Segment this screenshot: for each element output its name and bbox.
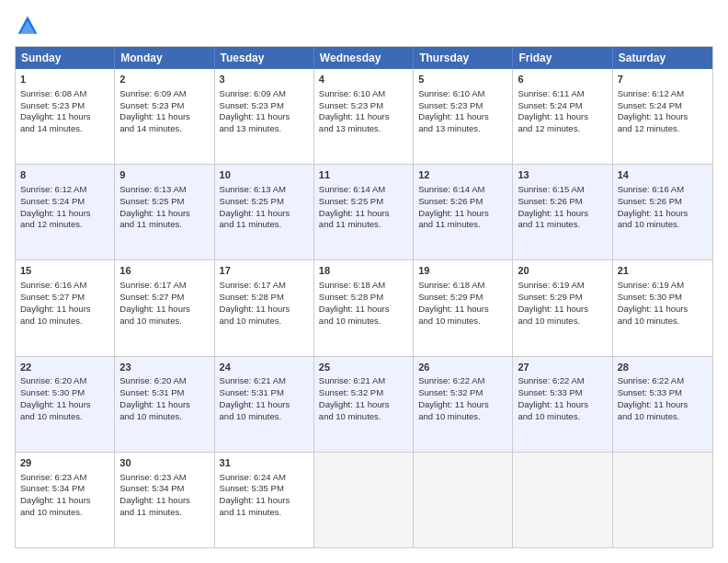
- day-info-line: Daylight: 11 hours: [319, 304, 408, 316]
- day-number: 5: [418, 73, 507, 86]
- day-info-line: Sunset: 5:34 PM: [119, 483, 209, 495]
- cal-header-tuesday: Tuesday: [215, 47, 314, 69]
- day-info-line: Sunrise: 6:21 AM: [319, 375, 408, 387]
- day-info-line: Daylight: 11 hours: [618, 304, 708, 316]
- day-info-line: Sunset: 5:33 PM: [518, 387, 607, 399]
- day-info-line: Sunset: 5:32 PM: [418, 387, 507, 399]
- day-info-line: and 10 minutes.: [518, 411, 607, 423]
- cal-cell: 27Sunrise: 6:22 AMSunset: 5:33 PMDayligh…: [513, 357, 612, 452]
- day-info-line: and 14 minutes.: [119, 123, 209, 135]
- day-info-line: Sunset: 5:34 PM: [20, 483, 109, 495]
- day-number: 25: [319, 361, 408, 374]
- cal-cell: 6Sunrise: 6:11 AMSunset: 5:24 PMDaylight…: [513, 69, 612, 164]
- cal-cell: 15Sunrise: 6:16 AMSunset: 5:27 PMDayligh…: [16, 260, 115, 355]
- day-info-line: Sunrise: 6:17 AM: [220, 280, 309, 292]
- day-info-line: and 14 minutes.: [20, 123, 109, 135]
- cal-cell: 25Sunrise: 6:21 AMSunset: 5:32 PMDayligh…: [314, 357, 414, 452]
- cal-cell: 13Sunrise: 6:15 AMSunset: 5:26 PMDayligh…: [513, 165, 612, 259]
- day-info-line: and 12 minutes.: [518, 123, 607, 135]
- day-info-line: Sunrise: 6:09 AM: [119, 88, 209, 100]
- day-info-line: Sunrise: 6:20 AM: [119, 375, 209, 387]
- day-info-line: Daylight: 11 hours: [518, 111, 607, 123]
- day-info-line: Daylight: 11 hours: [20, 495, 109, 507]
- day-number: 13: [518, 168, 607, 182]
- day-info-line: Daylight: 11 hours: [119, 111, 209, 123]
- day-info-line: Sunset: 5:23 PM: [20, 100, 109, 112]
- day-info-line: Sunset: 5:30 PM: [618, 292, 708, 304]
- day-number: 22: [20, 361, 109, 374]
- cal-cell: 14Sunrise: 6:16 AMSunset: 5:26 PMDayligh…: [613, 165, 712, 259]
- day-info-line: and 10 minutes.: [418, 316, 507, 327]
- day-info-line: Sunset: 5:31 PM: [220, 387, 309, 399]
- cal-week-2: 8Sunrise: 6:12 AMSunset: 5:24 PMDaylight…: [16, 164, 712, 259]
- day-info-line: Sunrise: 6:14 AM: [319, 184, 408, 196]
- day-info-line: and 13 minutes.: [319, 123, 408, 135]
- day-info-line: Sunrise: 6:11 AM: [518, 88, 607, 100]
- day-info-line: Sunrise: 6:24 AM: [220, 472, 309, 484]
- day-info-line: and 12 minutes.: [618, 123, 708, 135]
- cal-cell: 18Sunrise: 6:18 AMSunset: 5:28 PMDayligh…: [314, 260, 414, 355]
- day-info-line: Sunrise: 6:18 AM: [418, 280, 507, 292]
- day-info-line: Sunset: 5:24 PM: [20, 196, 109, 208]
- day-number: 16: [119, 264, 209, 278]
- day-info-line: Sunset: 5:27 PM: [119, 292, 209, 304]
- cal-header-saturday: Saturday: [613, 47, 712, 69]
- day-info-line: Daylight: 11 hours: [119, 208, 209, 220]
- day-info-line: Daylight: 11 hours: [20, 111, 109, 123]
- day-info-line: Daylight: 11 hours: [319, 208, 408, 220]
- day-number: 9: [119, 168, 209, 182]
- day-info-line: Daylight: 11 hours: [119, 304, 209, 316]
- day-info-line: Sunset: 5:25 PM: [119, 196, 209, 208]
- day-info-line: Daylight: 11 hours: [220, 495, 309, 507]
- cal-week-5: 29Sunrise: 6:23 AMSunset: 5:34 PMDayligh…: [16, 452, 712, 547]
- day-number: 23: [119, 361, 209, 374]
- day-info-line: and 10 minutes.: [20, 316, 109, 327]
- day-info-line: Sunset: 5:25 PM: [220, 196, 309, 208]
- day-info-line: Sunset: 5:28 PM: [220, 292, 309, 304]
- day-info-line: and 13 minutes.: [220, 123, 309, 135]
- day-number: 26: [418, 361, 507, 374]
- day-info-line: Sunset: 5:27 PM: [20, 292, 109, 304]
- day-info-line: Sunset: 5:30 PM: [20, 387, 109, 399]
- day-info-line: Sunset: 5:29 PM: [418, 292, 507, 304]
- cal-cell: 10Sunrise: 6:13 AMSunset: 5:25 PMDayligh…: [215, 165, 314, 259]
- cal-cell: 21Sunrise: 6:19 AMSunset: 5:30 PMDayligh…: [613, 260, 712, 355]
- day-number: 1: [20, 73, 109, 86]
- day-info-line: Daylight: 11 hours: [20, 304, 109, 316]
- cal-cell: [513, 453, 612, 547]
- day-info-line: and 10 minutes.: [319, 411, 408, 423]
- day-info-line: Sunset: 5:26 PM: [418, 196, 507, 208]
- day-number: 17: [220, 264, 309, 278]
- day-number: 28: [618, 361, 708, 374]
- day-info-line: and 10 minutes.: [618, 411, 708, 423]
- day-number: 24: [220, 361, 309, 374]
- day-info-line: Sunset: 5:29 PM: [518, 292, 607, 304]
- day-number: 6: [518, 73, 607, 86]
- day-info-line: Sunrise: 6:23 AM: [20, 472, 109, 484]
- day-number: 14: [618, 168, 708, 182]
- day-number: 2: [119, 73, 209, 86]
- day-info-line: Daylight: 11 hours: [119, 495, 209, 507]
- day-number: 10: [220, 168, 309, 182]
- day-number: 18: [319, 264, 408, 278]
- cal-cell: 11Sunrise: 6:14 AMSunset: 5:25 PMDayligh…: [314, 165, 414, 259]
- day-info-line: Sunrise: 6:22 AM: [418, 375, 507, 387]
- day-info-line: Sunrise: 6:12 AM: [20, 184, 109, 196]
- day-info-line: Daylight: 11 hours: [20, 208, 109, 220]
- calendar-header-row: SundayMondayTuesdayWednesdayThursdayFrid…: [16, 47, 712, 69]
- day-info-line: Sunrise: 6:22 AM: [518, 375, 607, 387]
- day-info-line: Sunset: 5:23 PM: [119, 100, 209, 112]
- day-info-line: Sunrise: 6:23 AM: [119, 472, 209, 484]
- cal-week-4: 22Sunrise: 6:20 AMSunset: 5:30 PMDayligh…: [16, 356, 712, 452]
- day-info-line: Sunrise: 6:14 AM: [418, 184, 507, 196]
- day-info-line: Sunrise: 6:13 AM: [119, 184, 209, 196]
- day-info-line: Daylight: 11 hours: [220, 111, 309, 123]
- day-info-line: Sunset: 5:33 PM: [618, 387, 708, 399]
- day-number: 15: [20, 264, 109, 278]
- day-info-line: Daylight: 11 hours: [220, 399, 309, 411]
- day-info-line: and 10 minutes.: [20, 507, 109, 519]
- day-info-line: Sunrise: 6:09 AM: [220, 88, 309, 100]
- day-info-line: Sunset: 5:23 PM: [220, 100, 309, 112]
- day-info-line: Sunrise: 6:19 AM: [618, 280, 708, 292]
- day-number: 21: [618, 264, 708, 278]
